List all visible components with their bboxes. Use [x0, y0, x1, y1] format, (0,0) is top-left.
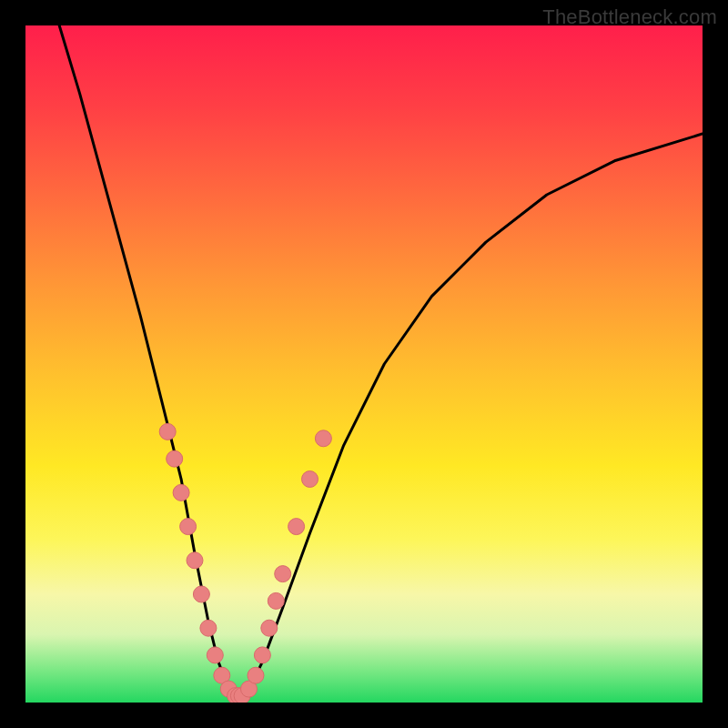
data-marker: [261, 620, 278, 636]
data-marker: [315, 430, 331, 447]
data-marker: [248, 667, 264, 683]
data-marker: [200, 620, 217, 636]
watermark-text: TheBottleneck.com: [542, 5, 717, 29]
data-marker: [167, 450, 183, 467]
data-marker: [288, 519, 305, 535]
data-marker: [180, 519, 197, 535]
data-marker: [268, 592, 284, 609]
curve-overlay: [25, 25, 703, 703]
data-marker: [187, 552, 203, 569]
data-marker: [275, 566, 291, 582]
data-marker: [173, 484, 189, 500]
data-marker: [207, 647, 223, 663]
data-marker: [159, 423, 176, 440]
data-marker: [302, 471, 318, 488]
plot-area: [25, 25, 703, 703]
bottleneck-curve: [59, 25, 703, 696]
data-marker: [254, 647, 270, 663]
chart-frame: TheBottleneck.com: [0, 0, 728, 728]
data-marker: [193, 586, 209, 602]
